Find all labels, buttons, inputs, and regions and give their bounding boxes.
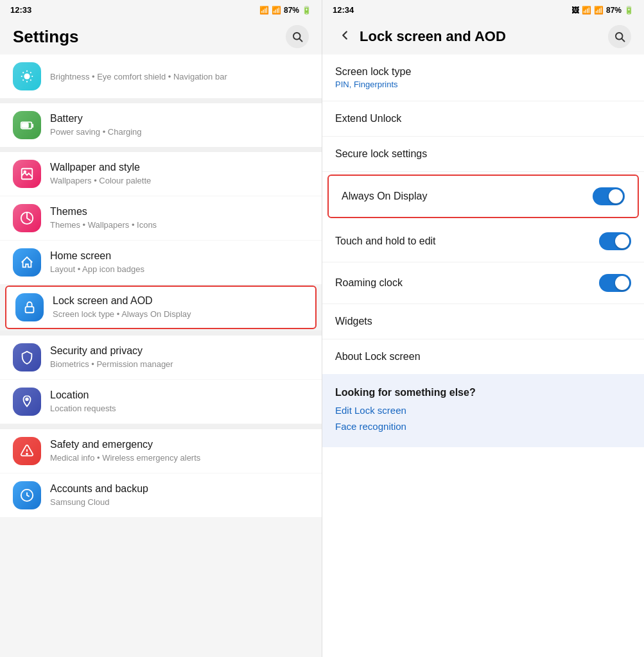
right-item-about-lock[interactable]: About Lock screen xyxy=(322,339,644,374)
accounts-subtitle: Samsung Cloud xyxy=(50,497,309,508)
lock-icon xyxy=(22,300,37,314)
settings-item-battery[interactable]: Battery Power saving • Charging xyxy=(0,103,322,147)
settings-item-homescreen[interactable]: Home screen Layout • App icon badges xyxy=(0,241,322,284)
right-item-screen-lock[interactable]: Screen lock type PIN, Fingerprints xyxy=(322,55,644,101)
lockscreen-title: Lock screen and AOD xyxy=(53,294,306,308)
location-title: Location xyxy=(50,389,309,402)
always-on-toggle[interactable] xyxy=(593,187,625,205)
right-wifi-icon: 📶 xyxy=(582,6,591,15)
touch-hold-toggle[interactable] xyxy=(599,232,631,250)
back-button[interactable] xyxy=(335,26,354,48)
lockscreen-icon-bg xyxy=(15,293,44,321)
warning-icon xyxy=(20,444,34,458)
safety-text: Safety and emergency Medical info • Wire… xyxy=(50,438,309,464)
settings-item-security[interactable]: Security and privacy Biometrics • Permis… xyxy=(0,336,322,379)
svg-line-8 xyxy=(30,80,31,80)
left-search-button[interactable] xyxy=(286,25,309,48)
roaming-clock-toggle-knob xyxy=(615,276,629,290)
homescreen-title: Home screen xyxy=(50,250,309,263)
settings-item-lockscreen[interactable]: Lock screen and AOD Screen lock type • A… xyxy=(5,286,317,329)
home-icon xyxy=(20,255,34,269)
svg-rect-12 xyxy=(22,123,28,127)
left-status-icons: 📶 📶 87% 🔋 xyxy=(259,6,311,15)
roaming-clock-text: Roaming clock xyxy=(335,277,403,289)
security-text: Security and privacy Biometrics • Permis… xyxy=(50,345,309,370)
security-icon-bg xyxy=(13,343,41,371)
right-battery-icon: 🔋 xyxy=(624,6,634,15)
settings-item-display[interactable]: Brightness • Eye comfort shield • Naviga… xyxy=(0,55,322,98)
right-item-touch-hold[interactable]: Touch and hold to edit xyxy=(322,221,644,262)
svg-point-2 xyxy=(24,73,30,79)
suggestion-link-edit[interactable]: Edit Lock screen xyxy=(335,405,631,416)
battery-subtitle: Power saving • Charging xyxy=(50,127,309,138)
settings-list: Brightness • Eye comfort shield • Naviga… xyxy=(0,55,322,657)
secure-lock-text: Secure lock settings xyxy=(335,148,427,160)
right-search-button[interactable] xyxy=(608,25,631,48)
left-status-bar: 12:33 📶 📶 87% 🔋 xyxy=(0,0,322,17)
accounts-title: Accounts and backup xyxy=(50,482,309,496)
right-item-roaming-clock[interactable]: Roaming clock xyxy=(322,262,644,304)
suggestion-title: Looking for something else? xyxy=(335,387,631,398)
always-on-title: Always On Display xyxy=(342,191,427,202)
extend-unlock-text: Extend Unlock xyxy=(335,113,401,124)
right-item-extend-unlock[interactable]: Extend Unlock xyxy=(322,101,644,137)
left-header: Settings xyxy=(0,17,322,55)
battery-title: Battery xyxy=(50,112,309,126)
search-icon xyxy=(292,31,303,42)
themes-text: Themes Themes • Wallpapers • Icons xyxy=(50,205,309,231)
roaming-clock-toggle[interactable] xyxy=(599,274,631,292)
extend-unlock-title: Extend Unlock xyxy=(335,113,401,124)
svg-line-10 xyxy=(22,80,23,80)
screen-lock-title: Screen lock type xyxy=(335,66,411,78)
screen-lock-subtitle: PIN, Fingerprints xyxy=(335,80,411,89)
location-icon xyxy=(20,395,34,409)
signal-icon: 📶 xyxy=(272,6,281,15)
widgets-title: Widgets xyxy=(335,316,372,327)
svg-line-20 xyxy=(622,38,624,41)
divider2 xyxy=(0,147,322,152)
right-gallery-icon: 🖼 xyxy=(571,6,579,15)
right-page-title: Lock screen and AOD xyxy=(360,28,603,45)
svg-point-18 xyxy=(26,454,28,455)
wallpaper-subtitle: Wallpapers • Colour palette xyxy=(50,176,309,187)
safety-title: Safety and emergency xyxy=(50,438,309,452)
about-lock-title: About Lock screen xyxy=(335,351,421,363)
about-lock-text: About Lock screen xyxy=(335,351,421,363)
security-title: Security and privacy xyxy=(50,345,309,358)
settings-item-safety[interactable]: Safety and emergency Medical info • Wire… xyxy=(0,429,322,473)
secure-lock-title: Secure lock settings xyxy=(335,148,427,160)
divider4 xyxy=(0,424,322,429)
wifi-icon: 📶 xyxy=(259,6,269,15)
settings-item-themes[interactable]: Themes Themes • Wallpapers • Icons xyxy=(0,196,322,240)
right-status-bar: 12:34 🖼 📶 📶 87% 🔋 xyxy=(322,0,644,17)
location-icon-bg xyxy=(13,388,41,416)
battery-icon: 🔋 xyxy=(302,6,311,15)
suggestion-link-face[interactable]: Face recognition xyxy=(335,421,631,432)
right-item-secure-lock[interactable]: Secure lock settings xyxy=(322,137,644,172)
widgets-text: Widgets xyxy=(335,316,372,327)
homescreen-icon-bg xyxy=(13,248,41,277)
wallpaper-icon-bg xyxy=(13,160,41,188)
right-item-widgets[interactable]: Widgets xyxy=(322,304,644,339)
lockscreen-text: Lock screen and AOD Screen lock type • A… xyxy=(53,294,306,320)
right-time: 12:34 xyxy=(333,5,354,15)
themes-icon xyxy=(20,211,34,225)
settings-item-wallpaper[interactable]: Wallpaper and style Wallpapers • Colour … xyxy=(0,152,322,196)
battery-text: 87% xyxy=(284,6,299,15)
wallpaper-icon xyxy=(20,167,34,181)
svg-point-14 xyxy=(24,171,26,173)
right-item-always-on[interactable]: Always On Display xyxy=(327,175,639,218)
screen-lock-text: Screen lock type PIN, Fingerprints xyxy=(335,66,411,89)
right-signal-icon: 📶 xyxy=(594,6,604,15)
touch-hold-toggle-knob xyxy=(615,234,629,248)
settings-title: Settings xyxy=(13,27,79,47)
always-on-toggle-knob xyxy=(609,189,623,203)
settings-item-accounts[interactable]: Accounts and backup Samsung Cloud xyxy=(0,474,322,517)
settings-item-location[interactable]: Location Location requests xyxy=(0,380,322,423)
safety-icon-bg xyxy=(13,437,41,465)
touch-hold-text: Touch and hold to edit xyxy=(335,235,436,247)
suggestion-box: Looking for something else? Edit Lock sc… xyxy=(322,374,644,447)
lockscreen-subtitle: Screen lock type • Always On Display xyxy=(53,309,306,320)
safety-subtitle: Medical info • Wireless emergency alerts xyxy=(50,453,309,464)
themes-subtitle: Themes • Wallpapers • Icons xyxy=(50,220,309,231)
